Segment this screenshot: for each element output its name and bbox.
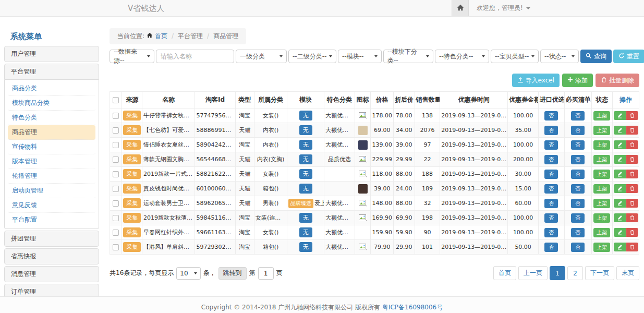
- import-select-toggle[interactable]: 否: [544, 126, 558, 135]
- status-button[interactable]: 上架: [593, 155, 610, 164]
- must-buy-toggle[interactable]: 否: [571, 213, 585, 223]
- edit-button[interactable]: [614, 140, 626, 149]
- must-buy-toggle[interactable]: 否: [571, 126, 585, 135]
- import-select-toggle[interactable]: 否: [544, 155, 558, 164]
- delete-button[interactable]: [626, 111, 638, 120]
- sidebar-subitem-4[interactable]: 宣传物料: [8, 140, 95, 154]
- row-checkbox[interactable]: [113, 215, 119, 221]
- delete-button[interactable]: [626, 155, 638, 164]
- import-select-toggle[interactable]: 否: [544, 199, 558, 208]
- sidebar-subitem-2[interactable]: 特色分类: [8, 111, 95, 125]
- filter-select-5[interactable]: --模块下分类--: [383, 50, 433, 63]
- import-select-toggle[interactable]: 否: [544, 170, 558, 179]
- edit-button[interactable]: [614, 126, 626, 135]
- must-buy-toggle[interactable]: 否: [571, 228, 585, 237]
- page-button-上一页[interactable]: 上一页: [518, 266, 548, 280]
- delete-button[interactable]: [626, 199, 638, 208]
- page-button-1[interactable]: 1: [550, 266, 565, 280]
- sidebar-subitem-7[interactable]: 启动页管理: [8, 184, 95, 198]
- row-checkbox[interactable]: [113, 142, 119, 148]
- import-select-toggle[interactable]: 否: [544, 213, 558, 223]
- search-button[interactable]: 查询: [580, 50, 612, 63]
- filter-select-4[interactable]: --模块--: [338, 50, 382, 63]
- status-button[interactable]: 上架: [593, 199, 610, 208]
- delete-button[interactable]: [626, 170, 638, 178]
- status-button[interactable]: 上架: [593, 228, 610, 237]
- name-search-input[interactable]: [156, 50, 234, 63]
- edit-button[interactable]: [614, 111, 626, 120]
- add-button[interactable]: 添加: [562, 74, 593, 87]
- import-excel-button[interactable]: 导入excel: [512, 74, 560, 87]
- row-checkbox[interactable]: [113, 127, 119, 134]
- delete-button[interactable]: [626, 140, 638, 149]
- sidebar-item-2[interactable]: 拼团管理: [4, 231, 99, 247]
- status-button[interactable]: 上架: [593, 243, 610, 252]
- status-button[interactable]: 上架: [593, 140, 610, 150]
- edit-button[interactable]: [614, 228, 626, 237]
- status-button[interactable]: 上架: [593, 170, 610, 179]
- page-number-input[interactable]: [258, 267, 274, 280]
- sidebar-item-3[interactable]: 省惠快报: [4, 248, 99, 264]
- icp-link[interactable]: 粤ICP备16098006号: [382, 304, 443, 311]
- sidebar-item-1[interactable]: 平台管理: [4, 64, 99, 80]
- breadcrumb-home-link[interactable]: 首页: [155, 32, 167, 40]
- select-all-checkbox[interactable]: [113, 97, 119, 103]
- delete-button[interactable]: [626, 126, 638, 135]
- user-menu[interactable]: 欢迎您，管理员!: [477, 4, 530, 13]
- delete-button[interactable]: [626, 243, 638, 251]
- sidebar-subitem-3[interactable]: 商品管理: [8, 125, 95, 140]
- edit-button[interactable]: [614, 184, 626, 193]
- edit-button[interactable]: [614, 170, 626, 178]
- batch-delete-button[interactable]: 批量删除: [596, 74, 639, 87]
- must-buy-toggle[interactable]: 否: [571, 140, 585, 150]
- must-buy-toggle[interactable]: 否: [571, 199, 585, 208]
- must-buy-toggle[interactable]: 否: [571, 155, 585, 164]
- sidebar-subitem-5[interactable]: 版本管理: [8, 154, 95, 169]
- row-checkbox[interactable]: [113, 230, 119, 236]
- filter-select-0[interactable]: --数据来源--: [110, 50, 154, 63]
- edit-button[interactable]: [614, 199, 626, 208]
- row-checkbox[interactable]: [113, 186, 119, 192]
- row-checkbox[interactable]: [113, 171, 119, 177]
- filter-select-8[interactable]: --状态--: [540, 50, 579, 63]
- page-button-2[interactable]: 2: [567, 266, 583, 280]
- row-checkbox[interactable]: [113, 200, 119, 207]
- must-buy-toggle[interactable]: 否: [571, 111, 585, 121]
- must-buy-toggle[interactable]: 否: [571, 184, 585, 194]
- row-checkbox[interactable]: [113, 156, 119, 163]
- filter-select-3[interactable]: --二级分类--: [288, 50, 336, 63]
- import-select-toggle[interactable]: 否: [544, 184, 558, 194]
- jump-button[interactable]: 跳转到: [218, 267, 247, 280]
- sidebar-subitem-8[interactable]: 意见反馈: [8, 198, 95, 213]
- edit-button[interactable]: [614, 243, 626, 251]
- per-page-select[interactable]: 10: [176, 267, 200, 280]
- sidebar-item-4[interactable]: 消息管理: [4, 266, 99, 282]
- import-select-toggle[interactable]: 否: [544, 243, 558, 252]
- status-button[interactable]: 上架: [593, 111, 610, 121]
- sidebar-subitem-6[interactable]: 轮播管理: [8, 169, 95, 184]
- status-button[interactable]: 上架: [593, 126, 610, 135]
- delete-button[interactable]: [626, 184, 638, 193]
- sidebar-subitem-1[interactable]: 模块商品分类: [8, 96, 95, 111]
- page-button-首页[interactable]: 首页: [493, 266, 516, 280]
- edit-button[interactable]: [614, 213, 626, 222]
- import-select-toggle[interactable]: 否: [544, 228, 558, 237]
- row-checkbox[interactable]: [113, 113, 119, 119]
- reset-button[interactable]: 重置: [613, 50, 644, 63]
- sidebar-item-0[interactable]: 用户管理: [4, 46, 99, 62]
- sidebar-subitem-9[interactable]: 平台配置: [8, 213, 95, 227]
- delete-button[interactable]: [626, 213, 638, 222]
- import-select-toggle[interactable]: 否: [544, 111, 558, 121]
- import-select-toggle[interactable]: 否: [544, 140, 558, 150]
- must-buy-toggle[interactable]: 否: [571, 170, 585, 179]
- page-button-末页[interactable]: 末页: [616, 266, 639, 280]
- sidebar-subitem-0[interactable]: 商品分类: [8, 81, 95, 96]
- filter-select-7[interactable]: --宝贝类型--: [491, 50, 539, 63]
- edit-button[interactable]: [614, 155, 626, 164]
- status-button[interactable]: 上架: [593, 184, 610, 194]
- delete-button[interactable]: [626, 228, 638, 237]
- filter-select-6[interactable]: --特色分类--: [435, 50, 489, 63]
- page-button-下一页[interactable]: 下一页: [585, 266, 614, 280]
- row-checkbox[interactable]: [113, 244, 119, 250]
- must-buy-toggle[interactable]: 否: [571, 243, 585, 252]
